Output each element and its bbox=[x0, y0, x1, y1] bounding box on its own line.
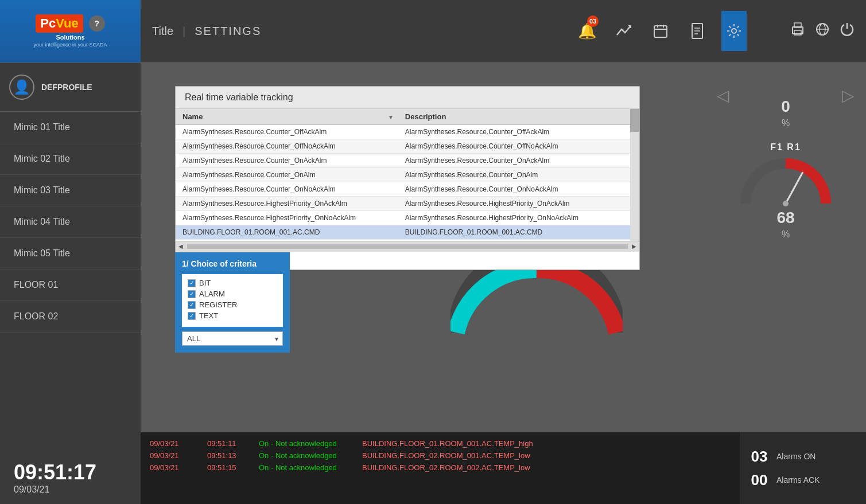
logo-box: PcVue bbox=[36, 14, 83, 33]
settings-icon-btn[interactable] bbox=[721, 11, 747, 51]
calendar-icon-btn[interactable] bbox=[648, 11, 673, 51]
cell-name: AlarmSyntheses.Resource.Counter_OffAckAl… bbox=[176, 125, 398, 139]
sidebar-item-mimic02[interactable]: Mimic 02 Title bbox=[0, 143, 141, 175]
date-display: 09/03/21 bbox=[14, 485, 127, 495]
cell-name: AlarmSyntheses.Resource.HighestPriority_… bbox=[176, 211, 398, 225]
alarm-list: 09/03/21 09:51:11 On - Not acknowledged … bbox=[141, 432, 740, 504]
table-row[interactable]: AlarmSyntheses.Resource.HighestPriority_… bbox=[176, 197, 639, 211]
alarm-label: ALARM bbox=[199, 290, 225, 298]
col-desc-header[interactable]: Description bbox=[398, 109, 639, 125]
hscroll-left-btn[interactable]: ◀ bbox=[176, 241, 186, 252]
hscroll-bar[interactable] bbox=[187, 244, 628, 249]
alarms-ack-row: 00 Alarms ACK bbox=[749, 471, 857, 489]
nav-separator: | bbox=[182, 25, 185, 38]
alarm-badge: 03 bbox=[587, 15, 599, 27]
cell-desc: AlarmSyntheses.Resource.Counter_OnAlm bbox=[398, 168, 639, 182]
gauge-svg bbox=[740, 155, 832, 206]
cell-desc: AlarmSyntheses.Resource.Counter_OffAckAl… bbox=[398, 125, 639, 139]
criteria-bit[interactable]: ✓ BIT bbox=[188, 279, 277, 287]
table-hscroll[interactable]: ◀ ▶ bbox=[176, 241, 639, 251]
table-scroll-area[interactable]: Name ▼ Description AlarmSyntheses.Resour… bbox=[176, 109, 639, 241]
alarm-time: 09:51:13 bbox=[207, 451, 247, 460]
criteria-text[interactable]: ✓ TEXT bbox=[188, 311, 277, 320]
table-row[interactable]: AlarmSyntheses.Resource.Counter_OnAckAlm… bbox=[176, 154, 639, 168]
alarm-date: 09/03/21 bbox=[150, 439, 196, 448]
alarm-row: 09/03/21 09:51:13 On - Not acknowledged … bbox=[150, 451, 731, 460]
sidebar-item-mimic01[interactable]: Mimic 01 Title bbox=[0, 112, 141, 143]
chart-icon-btn[interactable] bbox=[611, 11, 636, 51]
table-scrollbar[interactable] bbox=[630, 109, 639, 241]
criteria-panel: 1/ Choice of criteria ✓ BIT ✓ ALARM ✓ RE… bbox=[175, 252, 290, 353]
criteria-title: 1/ Choice of criteria bbox=[182, 259, 283, 268]
document-icon-btn[interactable] bbox=[685, 11, 710, 51]
nav-settings: SETTINGS bbox=[195, 25, 261, 38]
criteria-inner: ✓ BIT ✓ ALARM ✓ REGISTER ✓ TEXT bbox=[182, 274, 283, 327]
table-row[interactable]: AlarmSyntheses.Resource.HighestPriority_… bbox=[176, 211, 639, 225]
gauge-top-value: 0 bbox=[781, 97, 790, 116]
sidebar-item-floor01[interactable]: FLOOR 01 bbox=[0, 269, 141, 301]
alarm-status: On - Not acknowledged bbox=[259, 463, 351, 472]
cell-name: AlarmSyntheses.Resource.Counter_OffNoAck… bbox=[176, 139, 398, 154]
alarms-on-row: 03 Alarms ON bbox=[749, 448, 857, 466]
help-icon[interactable]: ? bbox=[89, 15, 105, 32]
top-bar: PcVue ? Solutions your intelligence in y… bbox=[0, 0, 866, 63]
text-label: TEXT bbox=[199, 311, 218, 320]
svg-point-10 bbox=[732, 29, 736, 33]
text-checkbox[interactable]: ✓ bbox=[188, 312, 196, 320]
alarms-ack-num: 00 bbox=[749, 471, 770, 489]
alarms-ack-label: Alarms ACK bbox=[776, 475, 820, 485]
table-row[interactable]: AlarmSyntheses.Resource.Counter_OffNoAck… bbox=[176, 139, 639, 154]
cell-desc: AlarmSyntheses.Resource.Counter_OnAckAlm bbox=[398, 154, 639, 168]
sidebar: 👤 DEFPROFILE Mimic 01 Title Mimic 02 Tit… bbox=[0, 63, 141, 504]
gauge-bottom-unit: % bbox=[782, 229, 790, 240]
sidebar-item-mimic05[interactable]: Mimic 05 Title bbox=[0, 238, 141, 269]
gauge-area: ◁ ▷ 0 % F1 R1 68 % bbox=[705, 63, 866, 338]
alarm-icon-btn[interactable]: 🔔 03 bbox=[574, 11, 600, 51]
alarm-desc: BUILDING.FLOOR_02.ROOM_002.AC.TEMP_low bbox=[362, 463, 731, 472]
cell-desc: BUILDING.FLOOR_01.ROOM_001.AC.INFO bbox=[398, 240, 639, 241]
sidebar-item-mimic03[interactable]: Mimic 03 Title bbox=[0, 175, 141, 206]
cell-name: AlarmSyntheses.Resource.Counter_OnAlm bbox=[176, 168, 398, 182]
tracking-table: Name ▼ Description AlarmSyntheses.Resour… bbox=[176, 109, 639, 241]
cell-name: AlarmSyntheses.Resource.Counter_OnNoAckA… bbox=[176, 182, 398, 197]
alarm-checkbox[interactable]: ✓ bbox=[188, 290, 196, 298]
sidebar-item-floor02[interactable]: FLOOR 02 bbox=[0, 301, 141, 333]
register-checkbox[interactable]: ✓ bbox=[188, 301, 196, 309]
tracking-panel: Real time variable tracking Name ▼ Descr… bbox=[175, 86, 640, 270]
profile-area: 👤 DEFPROFILE bbox=[0, 63, 141, 112]
bit-checkbox[interactable]: ✓ bbox=[188, 279, 196, 287]
table-row[interactable]: BUILDING.FLOOR_01.ROOM_001.AC.INFOBUILDI… bbox=[176, 240, 639, 241]
table-row[interactable]: BUILDING.FLOOR_01.ROOM_001.AC.CMDBUILDIN… bbox=[176, 225, 639, 240]
alarm-time: 09:51:15 bbox=[207, 463, 247, 472]
alarm-status: On - Not acknowledged bbox=[259, 451, 351, 460]
table-row[interactable]: AlarmSyntheses.Resource.Counter_OnAlmAla… bbox=[176, 168, 639, 182]
cell-desc: AlarmSyntheses.Resource.HighestPriority_… bbox=[398, 197, 639, 211]
alarm-desc: BUILDING.FLOOR_02.ROOM_001.AC.TEMP_low bbox=[362, 451, 731, 460]
profile-name: DEFPROFILE bbox=[41, 83, 92, 92]
top-icons: 🔔 03 bbox=[574, 11, 747, 51]
cell-name: AlarmSyntheses.Resource.HighestPriority_… bbox=[176, 197, 398, 211]
col-name-header[interactable]: Name ▼ bbox=[176, 109, 398, 125]
table-row[interactable]: AlarmSyntheses.Resource.Counter_OffAckAl… bbox=[176, 125, 639, 139]
main-content: Real time variable tracking Name ▼ Descr… bbox=[141, 63, 866, 504]
printer-icon-btn[interactable] bbox=[790, 22, 805, 40]
criteria-alarm[interactable]: ✓ ALARM bbox=[188, 290, 277, 298]
alarm-date: 09/03/21 bbox=[150, 463, 196, 472]
power-icon-btn[interactable] bbox=[840, 22, 855, 40]
svg-rect-2 bbox=[654, 26, 667, 37]
time-area: 09:51:17 09/03/21 bbox=[0, 451, 141, 504]
alarm-counter: 03 Alarms ON 00 Alarms ACK bbox=[740, 432, 866, 504]
avatar: 👤 bbox=[9, 75, 34, 100]
hscroll-right-btn[interactable]: ▶ bbox=[629, 241, 639, 252]
dropdown-wrapper[interactable]: ALL NONE CUSTOM ▼ bbox=[182, 331, 283, 346]
alarm-time: 09:51:11 bbox=[207, 439, 247, 448]
top-title-area: Title | SETTINGS 🔔 03 bbox=[141, 11, 866, 51]
criteria-dropdown[interactable]: ALL NONE CUSTOM bbox=[182, 331, 283, 346]
sidebar-item-mimic04[interactable]: Mimic 04 Title bbox=[0, 206, 141, 238]
alarms-on-num: 03 bbox=[749, 448, 770, 466]
table-row[interactable]: AlarmSyntheses.Resource.Counter_OnNoAckA… bbox=[176, 182, 639, 197]
translate-icon-btn[interactable] bbox=[814, 22, 830, 40]
alarm-row: 09/03/21 09:51:15 On - Not acknowledged … bbox=[150, 463, 731, 472]
criteria-register[interactable]: ✓ REGISTER bbox=[188, 300, 277, 309]
scrollbar-thumb[interactable] bbox=[630, 109, 639, 132]
